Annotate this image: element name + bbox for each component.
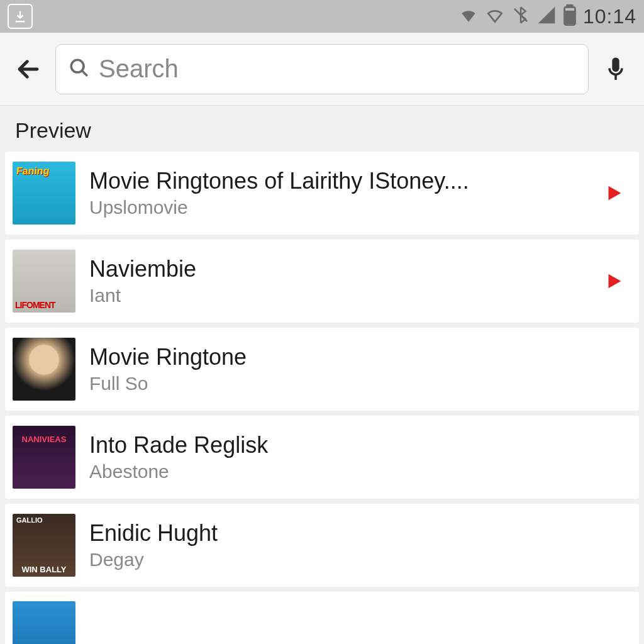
svg-rect-2 (566, 11, 573, 23)
thumbnail (13, 162, 75, 225)
signal-icon (536, 5, 557, 28)
item-title: Enidic Hught (89, 520, 626, 547)
section-header: Preview (0, 106, 644, 152)
item-subtitle: Iant (89, 285, 587, 306)
item-subtitle: Abestone (89, 461, 626, 482)
back-button[interactable] (13, 53, 44, 85)
thumbnail (13, 338, 75, 401)
thumbnail (13, 601, 75, 644)
item-subtitle: Degay (89, 549, 626, 570)
battery-icon (563, 4, 577, 28)
status-bar: 10:14 (0, 0, 644, 33)
search-input[interactable] (99, 55, 575, 83)
item-subtitle: Full So (89, 373, 626, 394)
status-time: 10:14 (583, 5, 636, 28)
thumbnail (13, 426, 75, 489)
voice-search-button[interactable] (600, 53, 631, 85)
list-item[interactable]: Enidic Hught Degay (5, 504, 639, 587)
wifi-outline-icon (485, 5, 505, 28)
download-icon (8, 4, 33, 29)
search-header (0, 33, 644, 106)
svg-point-3 (71, 60, 84, 72)
bluetooth-off-icon (511, 6, 530, 27)
item-title: Naviembie (89, 256, 587, 282)
list-item[interactable]: Into Rade Reglisk Abestone (5, 416, 639, 499)
play-button[interactable] (601, 180, 626, 206)
item-title: Into Rade Reglisk (89, 432, 626, 458)
list-item[interactable]: Movie Ringtone Full So (5, 328, 639, 411)
item-title: Movie Ringtones of Lairithy IStoney.... (89, 168, 587, 194)
search-icon (69, 57, 90, 81)
svg-rect-4 (612, 57, 619, 72)
play-button[interactable] (601, 269, 626, 294)
item-subtitle: Upslomovie (89, 197, 587, 218)
item-title: Movie Ringtone (89, 344, 626, 370)
results-list: Movie Ringtones of Lairithy IStoney.... … (0, 152, 644, 644)
thumbnail (13, 250, 75, 313)
wifi-icon (458, 5, 479, 28)
list-item[interactable]: Movie Ringtones of Lairithy IStoney.... … (5, 152, 639, 235)
svg-rect-1 (567, 4, 573, 7)
thumbnail (13, 514, 75, 577)
search-box[interactable] (55, 44, 589, 94)
list-item[interactable] (5, 592, 639, 644)
list-item[interactable]: Naviembie Iant (5, 240, 639, 323)
